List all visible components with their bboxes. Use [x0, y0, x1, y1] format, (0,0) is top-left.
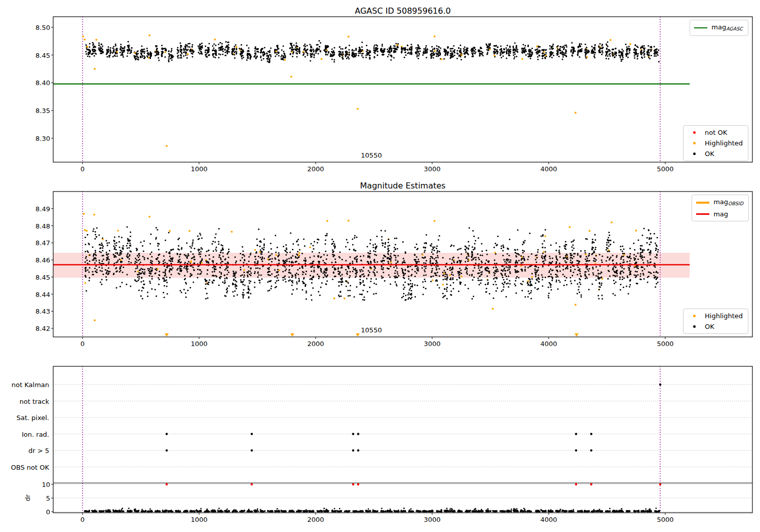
x-tick-2-0: 0: [81, 340, 85, 348]
chart-canvas: [0, 0, 760, 532]
y-tick-1-8.5: 8.50: [20, 23, 50, 31]
legend-item-highlighted-2: Highlighted: [688, 312, 743, 320]
flag-label-4: dr > 5: [3, 447, 49, 454]
legend-item-ok: OK: [688, 149, 743, 158]
x-tick-1-5000: 5000: [657, 165, 673, 173]
y-tick-1-8.3: 8.30: [20, 134, 50, 142]
x-tick-3-0: 0: [81, 516, 85, 523]
obsid-annotation-plot2: 10550: [361, 326, 382, 334]
not-ok-swatch-wrap: [688, 131, 701, 134]
legend-item-ok-2: OK: [688, 322, 743, 331]
legend-item-mag-agasc: magAGASC: [694, 23, 743, 33]
legend-item-highlighted: Highlighted: [688, 139, 743, 147]
y-tick-2-8.45: 8.45: [20, 273, 50, 281]
x-tick-2-5000: 5000: [657, 340, 673, 348]
not-ok-dot-swatch: [693, 131, 696, 134]
x-tick-1-0: 0: [81, 165, 85, 173]
figure-root: AGASC ID 508959616.0 Magnitude Estimates…: [0, 0, 760, 532]
x-tick-1-4000: 4000: [540, 165, 557, 173]
legend-label-ok-2: OK: [705, 322, 714, 331]
dr-tick-10: 10: [20, 481, 50, 488]
dr-tick-0: 0: [20, 508, 50, 516]
legend-mag-obsid: magOBSID mag: [692, 195, 749, 221]
x-tick-2-4000: 4000: [540, 340, 557, 348]
x-tick-3-3000: 3000: [424, 516, 440, 523]
legend-plot1-points: not OK Highlighted OK: [683, 125, 748, 161]
plot1-title: AGASC ID 508959616.0: [53, 6, 752, 16]
legend-item-mag-obsid: magOBSID: [696, 198, 743, 208]
mag-line-swatch: [696, 213, 709, 215]
y-tick-1-8.35: 8.35: [20, 107, 50, 115]
x-tick-3-4000: 4000: [540, 516, 557, 523]
obsid-annotation-plot1: 10550: [361, 151, 382, 159]
y-tick-2-8.44: 8.44: [20, 290, 50, 298]
highlighted-dot-swatch: [693, 142, 696, 144]
x-tick-3-1000: 1000: [191, 516, 207, 523]
legend-mag-agasc: magAGASC: [690, 20, 748, 36]
x-tick-2-2000: 2000: [307, 340, 324, 348]
mag-obsid-swatch-wrap: [696, 202, 709, 204]
ok2-swatch-wrap: [688, 325, 701, 328]
legend-plot2-points: Highlighted OK: [683, 309, 748, 334]
y-tick-2-8.46: 8.46: [20, 256, 50, 264]
legend-label-highlighted-2: Highlighted: [705, 312, 743, 320]
flag-label-0: not Kalman: [3, 381, 49, 389]
legend-label-highlighted: Highlighted: [705, 139, 743, 147]
y-tick-2-8.47: 8.47: [20, 239, 50, 247]
y-tick-2-8.49: 8.49: [20, 205, 50, 212]
x-tick-1-2000: 2000: [307, 165, 324, 173]
x-tick-2-3000: 3000: [424, 340, 440, 348]
legend-label-mag-obsid: magOBSID: [713, 198, 743, 208]
legend-label-not-ok: not OK: [705, 128, 727, 137]
y-tick-1-8.45: 8.45: [20, 51, 50, 59]
ok-dot-swatch: [693, 153, 696, 155]
x-tick-1-3000: 3000: [424, 165, 440, 173]
x-tick-3-2000: 2000: [307, 516, 324, 523]
mag-swatch-wrap: [696, 213, 709, 215]
y-tick-2-8.43: 8.43: [20, 308, 50, 315]
flag-label-1: not track: [3, 397, 49, 405]
ok-swatch-wrap: [688, 153, 701, 155]
mag-agasc-swatch-wrap: [694, 27, 707, 29]
flag-label-3: Ion. rad.: [3, 430, 49, 438]
highlighted2-swatch-wrap: [688, 315, 701, 317]
x-tick-2-1000: 1000: [191, 340, 207, 348]
ok-dot-swatch-2: [693, 325, 696, 328]
legend-label-mag-agasc: magAGASC: [711, 23, 743, 33]
legend-item-mag: mag: [696, 210, 743, 218]
mag-obsid-line-swatch: [696, 202, 709, 204]
dr-axis-label: dr: [24, 495, 31, 502]
legend-label-mag: mag: [713, 210, 728, 218]
highlighted-dot-swatch-2: [693, 315, 696, 317]
plot2-title: Magnitude Estimates: [53, 181, 752, 191]
legend-label-ok: OK: [705, 149, 714, 158]
flag-label-5: OBS not OK: [3, 463, 49, 471]
legend-item-not-ok: not OK: [688, 128, 743, 137]
mag-agasc-line-swatch: [694, 27, 707, 29]
y-tick-2-8.42: 8.42: [20, 325, 50, 332]
y-tick-1-8.4: 8.40: [20, 79, 50, 87]
x-tick-3-5000: 5000: [657, 516, 673, 523]
highlighted-swatch-wrap: [688, 142, 701, 144]
flag-label-2: Sat. pixel.: [3, 414, 49, 422]
x-tick-1-1000: 1000: [191, 165, 207, 173]
y-tick-2-8.48: 8.48: [20, 222, 50, 230]
